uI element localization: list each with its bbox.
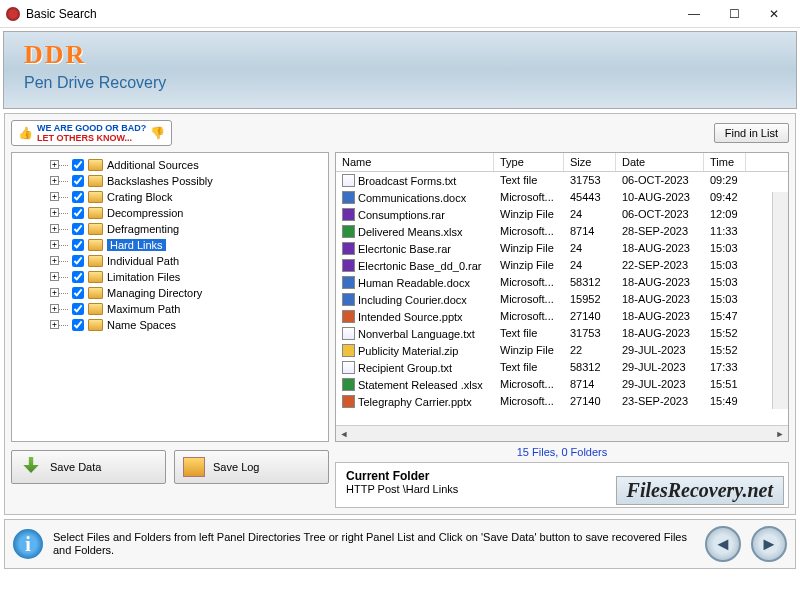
back-button[interactable]: ◄ <box>705 526 741 562</box>
scroll-right-icon[interactable]: ► <box>772 429 788 439</box>
col-date[interactable]: Date <box>616 153 704 171</box>
file-row[interactable]: Publicity Material.zip Winzip File 22 29… <box>336 342 788 359</box>
maximize-button[interactable]: ☐ <box>714 2 754 26</box>
tree-checkbox[interactable] <box>72 175 84 187</box>
tree-node[interactable]: + Managing Directory <box>14 285 326 301</box>
find-in-list-button[interactable]: Find in List <box>714 123 789 143</box>
file-icon <box>342 327 355 340</box>
vertical-scrollbar[interactable] <box>772 192 788 409</box>
file-list[interactable]: Name Type Size Date Time Broadcast Forms… <box>335 152 789 442</box>
tree-checkbox[interactable] <box>72 239 84 251</box>
file-row[interactable]: Human Readable.docx Microsoft... 58312 1… <box>336 274 788 291</box>
folder-icon <box>88 303 103 315</box>
horizontal-scrollbar[interactable]: ◄ ► <box>336 425 788 441</box>
expand-icon[interactable]: + <box>50 256 59 265</box>
col-type[interactable]: Type <box>494 153 564 171</box>
feedback-badge[interactable]: 👍 WE ARE GOOD OR BAD? LET OTHERS KNOW...… <box>11 120 172 146</box>
tree-node[interactable]: + Defragmenting <box>14 221 326 237</box>
file-date: 18-AUG-2023 <box>616 241 704 256</box>
tree-label: Managing Directory <box>107 287 202 299</box>
folder-icon <box>88 159 103 171</box>
tree-node[interactable]: + Limitation Files <box>14 269 326 285</box>
expand-icon[interactable]: + <box>50 288 59 297</box>
col-time[interactable]: Time <box>704 153 746 171</box>
file-row[interactable]: Nonverbal Language.txt Text file 31753 1… <box>336 325 788 342</box>
thumb-up-icon: 👍 <box>18 128 33 138</box>
expand-icon[interactable]: + <box>50 320 59 329</box>
file-row[interactable]: Intended Source.pptx Microsoft... 27140 … <box>336 308 788 325</box>
file-name: Consumptions.rar <box>358 209 445 221</box>
file-row[interactable]: Statement Released .xlsx Microsoft... 87… <box>336 376 788 393</box>
file-icon <box>342 344 355 357</box>
tree-node[interactable]: + Name Spaces <box>14 317 326 333</box>
tree-node[interactable]: + Additional Sources <box>14 157 326 173</box>
col-name[interactable]: Name <box>336 153 494 171</box>
folder-icon <box>88 191 103 203</box>
tree-checkbox[interactable] <box>72 255 84 267</box>
expand-icon[interactable]: + <box>50 304 59 313</box>
footer-message: Select Files and Folders from left Panel… <box>53 531 695 557</box>
file-row[interactable]: Telegraphy Carrier.pptx Microsoft... 271… <box>336 393 788 410</box>
expand-icon[interactable]: + <box>50 240 59 249</box>
file-icon <box>342 378 355 391</box>
close-button[interactable]: ✕ <box>754 2 794 26</box>
file-time: 15:52 <box>704 326 746 341</box>
tree-checkbox[interactable] <box>72 191 84 203</box>
expand-icon[interactable]: + <box>50 272 59 281</box>
scroll-left-icon[interactable]: ◄ <box>336 429 352 439</box>
folder-icon <box>88 207 103 219</box>
tree-checkbox[interactable] <box>72 207 84 219</box>
file-icon <box>342 361 355 374</box>
tree-checkbox[interactable] <box>72 319 84 331</box>
file-type: Microsoft... <box>494 377 564 392</box>
file-type: Text file <box>494 173 564 188</box>
expand-icon[interactable]: + <box>50 176 59 185</box>
minimize-button[interactable]: — <box>674 2 714 26</box>
tree-node[interactable]: + Crating Block <box>14 189 326 205</box>
file-row[interactable]: Delivered Means.xlsx Microsoft... 8714 2… <box>336 223 788 240</box>
file-row[interactable]: Recipient Group.txt Text file 58312 29-J… <box>336 359 788 376</box>
titlebar: Basic Search — ☐ ✕ <box>0 0 800 28</box>
tree-node[interactable]: + Decompression <box>14 205 326 221</box>
tree-node[interactable]: + Hard Links <box>14 237 326 253</box>
watermark: FilesRecovery.net <box>616 476 784 505</box>
file-time: 15:51 <box>704 377 746 392</box>
folder-tree[interactable]: + Additional Sources+ Backslashes Possib… <box>11 152 329 442</box>
tree-checkbox[interactable] <box>72 159 84 171</box>
file-icon <box>342 276 355 289</box>
expand-icon[interactable]: + <box>50 160 59 169</box>
file-size: 24 <box>564 258 616 273</box>
file-type: Microsoft... <box>494 394 564 409</box>
tree-node[interactable]: + Individual Path <box>14 253 326 269</box>
expand-icon[interactable]: + <box>50 224 59 233</box>
col-size[interactable]: Size <box>564 153 616 171</box>
file-row[interactable]: Broadcast Forms.txt Text file 31753 06-O… <box>336 172 788 189</box>
file-size: 31753 <box>564 326 616 341</box>
tree-checkbox[interactable] <box>72 223 84 235</box>
tree-checkbox[interactable] <box>72 287 84 299</box>
file-time: 09:29 <box>704 173 746 188</box>
tree-checkbox[interactable] <box>72 271 84 283</box>
file-type: Microsoft... <box>494 190 564 205</box>
badge-line1: WE ARE GOOD OR BAD? <box>37 123 146 133</box>
tree-node[interactable]: + Backslashes Possibly <box>14 173 326 189</box>
tree-label: Defragmenting <box>107 223 179 235</box>
forward-button[interactable]: ► <box>751 526 787 562</box>
tree-checkbox[interactable] <box>72 303 84 315</box>
save-log-button[interactable]: Save Log <box>174 450 329 484</box>
file-row[interactable]: Including Courier.docx Microsoft... 1595… <box>336 291 788 308</box>
file-row[interactable]: Communications.docx Microsoft... 45443 1… <box>336 189 788 206</box>
file-row[interactable]: Elecrtonic Base_dd_0.rar Winzip File 24 … <box>336 257 788 274</box>
file-row[interactable]: Elecrtonic Base.rar Winzip File 24 18-AU… <box>336 240 788 257</box>
save-data-button[interactable]: Save Data <box>11 450 166 484</box>
tree-node[interactable]: + Maximum Path <box>14 301 326 317</box>
file-date: 29-JUL-2023 <box>616 360 704 375</box>
expand-icon[interactable]: + <box>50 208 59 217</box>
file-time: 15:49 <box>704 394 746 409</box>
file-row[interactable]: Consumptions.rar Winzip File 24 06-OCT-2… <box>336 206 788 223</box>
file-time: 17:33 <box>704 360 746 375</box>
expand-icon[interactable]: + <box>50 192 59 201</box>
tree-label: Crating Block <box>107 191 172 203</box>
file-time: 15:03 <box>704 292 746 307</box>
file-name: Intended Source.pptx <box>358 311 463 323</box>
